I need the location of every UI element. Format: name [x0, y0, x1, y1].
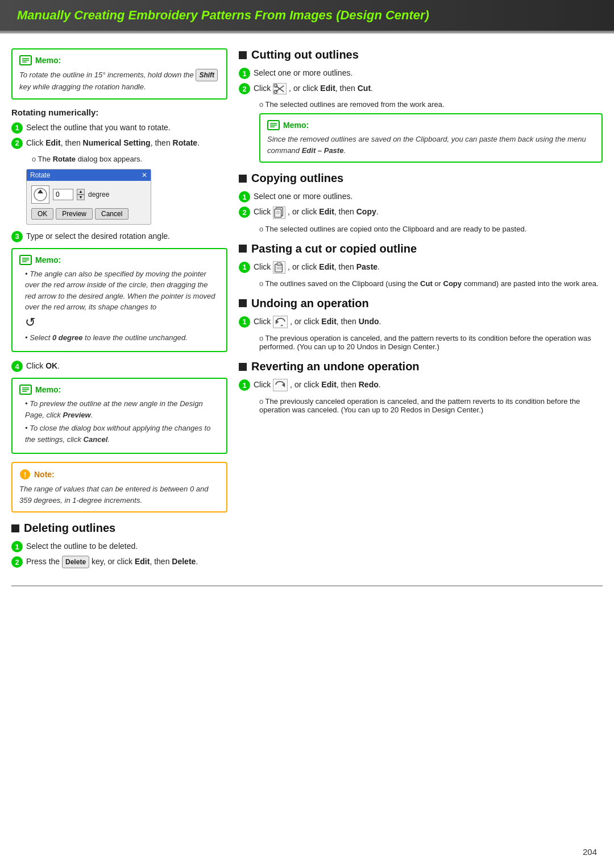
ok-button[interactable]: OK — [31, 208, 53, 220]
dialog-close-icon[interactable]: ✕ — [142, 171, 147, 179]
rotate-arrow-icon — [31, 185, 49, 204]
copy-step-2: 2 Click , or click Edit, then Copy. — [239, 206, 603, 218]
copying-marker — [239, 175, 247, 183]
step3-list: 3 Type or select the desired rotation an… — [11, 230, 227, 242]
page-number: 204 — [583, 847, 597, 857]
deleting-steps: 1 Select the outline to be deleted. 2 Pr… — [11, 540, 227, 568]
svg-point-18 — [274, 84, 277, 87]
dialog-title: Rotate — [30, 171, 50, 179]
copy-step-1-content: Select one or more outlines. — [254, 191, 603, 202]
cut-step-1-content: Select one or more outlines. — [254, 67, 603, 79]
note-box: ! Note: The range of values that can be … — [11, 462, 227, 512]
step-2-sub: The Rotate dialog box appears. — [32, 155, 227, 163]
undo-icon — [273, 316, 288, 328]
del-step-2-content: Press the Delete key, or click Edit, the… — [26, 556, 227, 568]
memo3-bullet2: To close the dialog box without applying… — [25, 423, 219, 445]
svg-text:!: ! — [24, 470, 26, 479]
rotate-dialog: Rotate ✕ ▲ ▼ degree — [26, 169, 151, 225]
revert-step-1-content: Click , or click Edit, then Redo. — [254, 379, 603, 391]
cutting-steps: 1 Select one or more outlines. 2 Click ,… — [239, 67, 603, 94]
page-footer: 204 — [583, 847, 597, 857]
memo-title-cut: Memo: — [267, 120, 595, 130]
copy-step-2-sub: The selected outlines are copied onto th… — [259, 225, 603, 233]
step-3: 3 Type or select the desired rotation an… — [11, 230, 227, 242]
memo3-bullet1: To preview the outline at the new angle … — [25, 398, 219, 420]
memo-box-2: Memo: The angle can also be specified by… — [11, 248, 227, 353]
pasting-heading: Pasting a cut or copied outline — [251, 242, 417, 255]
deleting-section-title: Deleting outlines — [11, 522, 227, 535]
memo-box-3: Memo: To preview the outline at the new … — [11, 378, 227, 454]
degree-label: degree — [88, 191, 109, 199]
reverting-heading: Reverting an undone operation — [251, 360, 420, 373]
step-num-4: 4 — [11, 361, 23, 372]
spin-down[interactable]: ▼ — [77, 195, 85, 200]
step-num-2: 2 — [11, 138, 23, 149]
step-3-content: Type or select the desired rotation angl… — [26, 230, 227, 242]
paste-step-1: 1 Click , or click Edit, then Paste. — [239, 261, 603, 274]
copy-step-2-content: Click , or click Edit, then Copy. — [254, 206, 603, 218]
cancel-button[interactable]: Cancel — [95, 208, 128, 220]
rotating-numerically-heading: Rotating numerically: — [11, 108, 227, 117]
dialog-titlebar: Rotate ✕ — [27, 170, 151, 181]
redo-icon — [273, 379, 288, 391]
del-step-num-2: 2 — [11, 556, 23, 568]
memo-title-1: Memo: — [19, 55, 219, 65]
cutting-marker — [239, 51, 247, 59]
rotating-steps-list: 1 Select the outline that you want to ro… — [11, 122, 227, 149]
memo2-bullet2: Select 0 degree to leave the outline unc… — [25, 332, 219, 344]
deleting-heading: Deleting outlines — [24, 522, 115, 535]
memo-title-2: Memo: — [19, 255, 219, 265]
note-text: The range of values that can be entered … — [19, 483, 219, 506]
page-header: Manually Creating Embroidery Patterns Fr… — [0, 0, 614, 32]
step-2: 2 Click Edit, then Numerical Setting, th… — [11, 137, 227, 149]
spin-up[interactable]: ▲ — [77, 189, 85, 195]
note-title: ! Note: — [19, 469, 219, 480]
paste-icon — [273, 261, 285, 274]
reverting-section-title: Reverting an undone operation — [239, 360, 603, 373]
undoing-marker — [239, 299, 247, 307]
memo-cut-text: Since the removed outlines are saved on … — [267, 134, 595, 156]
del-step-2: 2 Press the Delete key, or click Edit, t… — [11, 556, 227, 568]
note-icon: ! — [19, 469, 31, 480]
undo-step-num-1: 1 — [239, 316, 250, 328]
step-4: 4 Click OK. — [11, 360, 227, 372]
reverting-steps: 1 Click , or click Edit, then Redo. — [239, 379, 603, 391]
input-row: ▲ ▼ degree — [31, 185, 146, 204]
degree-input[interactable] — [53, 189, 73, 200]
step-4-content: Click OK. — [26, 360, 227, 372]
page-title: Manually Creating Embroidery Patterns Fr… — [17, 8, 597, 23]
memo-icon-cut — [267, 120, 280, 130]
svg-point-19 — [274, 90, 277, 93]
del-step-num-1: 1 — [11, 541, 23, 552]
undo-step-1-sub: The previous operation is canceled, and … — [259, 334, 603, 351]
memo-icon-2 — [19, 255, 32, 265]
undoing-heading: Undoing an operation — [251, 297, 369, 310]
memo-icon-3 — [19, 385, 32, 395]
copying-heading: Copying outlines — [251, 172, 343, 185]
deleting-marker — [11, 524, 19, 532]
note-label: Note: — [34, 470, 55, 479]
undo-step-1-content: Click , or click Edit, then Undo. — [254, 316, 603, 328]
copying-section-title: Copying outlines — [239, 172, 603, 185]
revert-step-num-1: 1 — [239, 379, 250, 391]
step-1-content: Select the outline that you want to rota… — [26, 122, 227, 134]
cut-step-1: 1 Select one or more outlines. — [239, 67, 603, 79]
memo-label-2: Memo: — [35, 255, 61, 264]
preview-button[interactable]: Preview — [56, 208, 93, 220]
delete-key: Delete — [62, 556, 89, 568]
memo-label-1: Memo: — [35, 56, 61, 65]
paste-step-num-1: 1 — [239, 262, 250, 273]
memo-label-cut: Memo: — [283, 121, 309, 130]
dialog-footer: OK Preview Cancel — [27, 208, 151, 224]
step-2-content: Click Edit, then Numerical Setting, then… — [26, 137, 227, 149]
pasting-steps: 1 Click , or click Edit, then Paste. — [239, 261, 603, 274]
right-column: Cutting out outlines 1 Select one or mor… — [239, 48, 603, 574]
memo-label-3: Memo: — [35, 385, 61, 394]
cutting-section-title: Cutting out outlines — [239, 48, 603, 61]
memo2-bullet1: The angle can also be specified by movin… — [25, 268, 219, 313]
scissors-icon — [273, 83, 287, 94]
svg-rect-29 — [277, 263, 281, 266]
cut-step-2-sub: The selected outlines are removed from t… — [259, 100, 603, 109]
revert-step-1: 1 Click , or click Edit, then Redo. — [239, 379, 603, 391]
copy-icon — [273, 206, 285, 219]
